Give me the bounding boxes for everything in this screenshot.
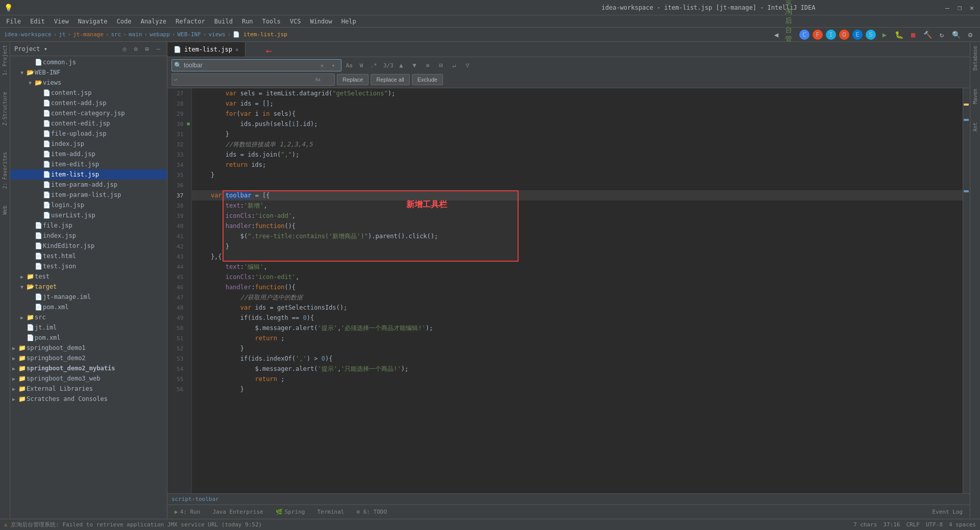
breadcrumb-idea-workspace[interactable]: idea-workspace <box>4 31 52 38</box>
tree-item-login[interactable]: 📄 login.jsp <box>10 200 167 210</box>
search-filter-btn[interactable]: ▽ <box>462 60 473 71</box>
whole-word-btn[interactable]: W <box>356 60 367 71</box>
sidebar-web-label[interactable]: Web <box>1 203 9 218</box>
breadcrumb-web-inf[interactable]: WEB-INF <box>177 31 201 38</box>
breadcrumb-jt-manage[interactable]: jt-manage <box>73 31 104 38</box>
tree-item-userlist[interactable]: 📄 userList.jsp <box>10 210 167 220</box>
prev-match-btn[interactable]: ▲ <box>396 60 407 71</box>
menu-edit[interactable]: Edit <box>26 17 49 26</box>
menu-vcs[interactable]: VCS <box>286 17 305 26</box>
sidebar-project-label[interactable]: 1: Project <box>1 42 9 79</box>
code-line-51[interactable]: return ; <box>192 333 963 343</box>
menu-navigate[interactable]: Navigate <box>74 17 112 26</box>
code-line-34[interactable]: return ids; <box>192 160 963 170</box>
code-line-29[interactable]: for(var i in sels){ <box>192 109 963 119</box>
menu-build[interactable]: Build <box>210 17 237 26</box>
exclude-button[interactable]: Exclude <box>412 74 443 85</box>
code-line-48[interactable]: var ids = getSelectionsIds(); <box>192 302 963 313</box>
tree-item-springboot3-web[interactable]: ▶ 📁 springboot_demo3_web <box>10 373 167 384</box>
breadcrumb-script[interactable]: script <box>172 496 192 502</box>
maximize-button[interactable]: ❐ <box>955 4 964 12</box>
code-line-46[interactable]: handler:function(){ <box>192 282 963 292</box>
sidebar-zstructure-label[interactable]: Z-Structure <box>1 89 9 129</box>
nav-run-config[interactable]: ▶ 京淘后台管理系统▼ <box>785 29 796 40</box>
code-line-38[interactable]: text:'新增', <box>192 200 963 211</box>
close-button[interactable]: ✕ <box>968 4 976 12</box>
code-line-39[interactable]: iconCls:'icon-add', <box>192 211 963 221</box>
code-line-47[interactable]: //获取用户选中的数据 <box>192 292 963 302</box>
menu-analyze[interactable]: Analyze <box>136 17 170 26</box>
tree-item-src[interactable]: ▶ 📁 src <box>10 312 167 322</box>
firefox-icon[interactable]: F <box>813 30 823 40</box>
code-line-37[interactable]: var toolbar = [{ <box>192 190 963 200</box>
search-clear-btn[interactable]: ✕ <box>316 60 328 71</box>
replace-case-btn[interactable]: Aa <box>312 74 324 85</box>
search-input[interactable] <box>184 62 316 69</box>
code-line-30[interactable]: ids.push(sels[i].id); <box>192 119 963 129</box>
panel-settings-btn[interactable]: ⚙ <box>131 44 140 54</box>
tree-item-web-inf[interactable]: ▼ 📂 WEB-INF <box>10 67 167 78</box>
code-line-56[interactable]: } <box>192 384 963 394</box>
tree-item-springboot2[interactable]: ▶ 📁 springboot_demo2 <box>10 353 167 363</box>
tree-item-pom[interactable]: 📄 pom.xml <box>10 302 167 312</box>
replace-button[interactable]: Replace <box>337 74 369 85</box>
chrome-icon[interactable]: C <box>799 30 810 40</box>
code-line-44[interactable]: text:'编辑', <box>192 262 963 272</box>
panel-locate-btn[interactable]: ◎ <box>120 44 129 54</box>
debug-btn[interactable]: 🐛 <box>893 29 904 40</box>
sync-btn[interactable]: ↻ <box>936 29 947 40</box>
tree-item-item-edit[interactable]: 📄 item-edit.jsp <box>10 159 167 169</box>
settings-btn[interactable]: ⚙ <box>965 29 976 40</box>
tree-item-content-edit[interactable]: 📄 content-edit.jsp <box>10 118 167 129</box>
tree-item-springboot1[interactable]: ▶ 📁 springboot_demo1 <box>10 343 167 353</box>
search-input-wrap[interactable]: 🔍 ✕ ▾ <box>172 59 341 71</box>
minimize-button[interactable]: — <box>943 4 951 12</box>
breadcrumb-file[interactable]: 📄 item-list.jsp <box>233 31 287 38</box>
panel-expand-btn[interactable]: ⊞ <box>142 44 152 54</box>
code-line-52[interactable]: } <box>192 343 963 354</box>
tree-item-springboot2-mybatis[interactable]: ▶ 📁 springboot_demo2_mybatis <box>10 363 167 373</box>
next-match-btn[interactable]: ▼ <box>409 60 420 71</box>
menu-help[interactable]: Help <box>337 17 360 26</box>
tree-item-index[interactable]: 📄 index.jsp <box>10 139 167 149</box>
code-line-27[interactable]: var sels = itemList.datagrid("getSelecti… <box>192 88 963 98</box>
tree-item-content[interactable]: 📄 content.jsp <box>10 88 167 98</box>
safari-icon[interactable]: S <box>866 30 876 40</box>
tree-item-scratches[interactable]: ▶ 📁 Scratches and Consoles <box>10 394 167 404</box>
code-line-41[interactable]: $(".tree-title:contains('新增商品')").parent… <box>192 231 963 241</box>
edge-icon[interactable]: E <box>852 30 863 40</box>
tree-item-test-json[interactable]: 📄 test.json <box>10 261 167 271</box>
status-line-ending[interactable]: CRLF <box>906 521 920 528</box>
search-history-btn[interactable]: ▾ <box>328 60 339 71</box>
search-everywhere-btn[interactable]: 🔍 <box>950 29 962 40</box>
tree-item-item-param-list[interactable]: 📄 item-param-list.jsp <box>10 190 167 200</box>
replace-input[interactable] <box>180 76 312 83</box>
code-line-53[interactable]: if(ids.indexOf(',') > 0){ <box>192 354 963 364</box>
word-wrap-btn[interactable]: ↵ <box>449 60 460 71</box>
status-indent[interactable]: 4 spaces <box>949 521 976 528</box>
match-case-btn[interactable]: Aa <box>344 60 355 71</box>
code-line-32[interactable]: //将数组拼接成串 1,2,3,4,5 <box>192 139 963 149</box>
code-line-36[interactable] <box>192 180 963 190</box>
tab-item-list[interactable]: 📄 item-list.jsp ✕ <box>167 42 246 57</box>
tree-item-pom2[interactable]: 📄 pom.xml <box>10 333 167 343</box>
sidebar-zfavorites-label[interactable]: 2: Favorites <box>1 149 9 192</box>
tab-java-enterprise[interactable]: Java Enterprise <box>207 506 268 518</box>
tree-item-item-list[interactable]: 📄 item-list.jsp <box>10 169 167 180</box>
code-line-55[interactable]: return ; <box>192 374 963 384</box>
right-panel-maven[interactable]: Maven <box>971 85 979 108</box>
tab-terminal[interactable]: Terminal <box>312 506 349 518</box>
code-line-50[interactable]: $.messager.alert('提示','必须选择一个商品才能编辑!'); <box>192 323 963 333</box>
right-panel-database[interactable]: Database <box>971 42 979 74</box>
tree-item-jt-iml[interactable]: 📄 jt.iml <box>10 322 167 333</box>
tab-close-btn[interactable]: ✕ <box>235 46 239 53</box>
status-encoding[interactable]: UTF-8 <box>926 521 943 528</box>
panel-collapse-btn[interactable]: — <box>154 44 163 54</box>
tree-item-jt-manage-iml[interactable]: 📄 jt-manage.iml <box>10 292 167 302</box>
code-line-49[interactable]: if(ids.length == 0){ <box>192 313 963 323</box>
menu-code[interactable]: Code <box>113 17 136 26</box>
code-line-43[interactable]: },{ <box>192 251 963 262</box>
tree-item-views[interactable]: ▼ 📂 views <box>10 78 167 88</box>
tree-item-common-js[interactable]: 📄 common.js <box>10 57 167 67</box>
tree-item-content-category[interactable]: 📄 content-category.jsp <box>10 108 167 118</box>
